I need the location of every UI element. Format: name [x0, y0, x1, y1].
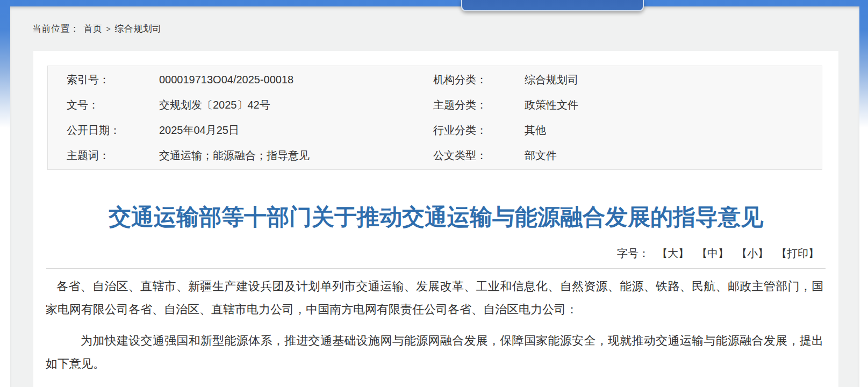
page-container: 当前位置：首页>综合规划司 索引号： 000019713O04/2025-000… [10, 6, 859, 387]
meta-label-index-no: 索引号： [67, 73, 159, 87]
meta-row: 公开日期： 2025年04月25日 行业分类： 其他 [48, 118, 822, 143]
meta-label-doc-type: 公文类型： [433, 148, 525, 163]
font-size-medium-button[interactable]: 【中】 [697, 247, 729, 259]
breadcrumb-home-link[interactable]: 首页 [84, 24, 103, 34]
paragraph-salutation: 各省、自治区、直辖市、新疆生产建设兵团及计划单列市交通运输、发展改革、工业和信息… [46, 275, 823, 321]
meta-value-topic-category: 政策性文件 [525, 98, 822, 112]
meta-label-topic-category: 主题分类： [433, 98, 525, 112]
font-size-controls: 字号：【大】【中】【小】【打印】 [33, 246, 819, 261]
meta-label-org-category: 机构分类： [433, 73, 525, 87]
meta-label-doc-no: 文号： [67, 98, 159, 112]
document-body: 各省、自治区、直辖市、新疆生产建设兵团及计划单列市交通运输、发展改革、工业和信息… [46, 275, 823, 375]
meta-row: 主题词： 交通运输；能源融合；指导意见 公文类型： 部文件 [48, 143, 822, 168]
document-meta-table: 索引号： 000019713O04/2025-00018 机构分类： 综合规划司… [47, 66, 822, 170]
paragraph-intro: 为加快建设交通强国和新型能源体系，推进交通基础设施网与能源网融合发展，保障国家能… [46, 329, 823, 375]
breadcrumb-separator: > [106, 25, 111, 33]
content-card: 索引号： 000019713O04/2025-00018 机构分类： 综合规划司… [33, 51, 838, 387]
print-button[interactable]: 【打印】 [776, 247, 819, 259]
meta-label-industry-category: 行业分类： [433, 123, 525, 138]
meta-value-publish-date: 2025年04月25日 [159, 123, 433, 138]
meta-value-industry-category: 其他 [525, 123, 822, 138]
font-size-label: 字号： [617, 247, 649, 259]
breadcrumb-label: 当前位置： [32, 24, 80, 34]
page-title: 交通运输部等十部门关于推动交通运输与能源融合发展的指导意见 [49, 203, 822, 231]
font-size-small-button[interactable]: 【小】 [736, 247, 769, 259]
meta-value-org-category: 综合规划司 [525, 73, 822, 87]
font-size-large-button[interactable]: 【大】 [657, 247, 689, 259]
top-nav-tab[interactable] [461, 0, 644, 11]
meta-row: 文号： 交规划发〔2025〕42号 主题分类： 政策性文件 [48, 92, 822, 118]
breadcrumb: 当前位置：首页>综合规划司 [32, 23, 162, 35]
meta-value-index-no: 000019713O04/2025-00018 [159, 74, 433, 86]
meta-value-doc-type: 部文件 [525, 148, 822, 163]
meta-value-keywords: 交通运输；能源融合；指导意见 [159, 148, 433, 163]
meta-value-doc-no: 交规划发〔2025〕42号 [159, 98, 433, 112]
meta-row: 索引号： 000019713O04/2025-00018 机构分类： 综合规划司 [48, 67, 822, 92]
title-divider [46, 268, 826, 269]
meta-label-publish-date: 公开日期： [67, 123, 159, 138]
meta-label-keywords: 主题词： [67, 148, 159, 163]
breadcrumb-section-link[interactable]: 综合规划司 [114, 24, 162, 34]
